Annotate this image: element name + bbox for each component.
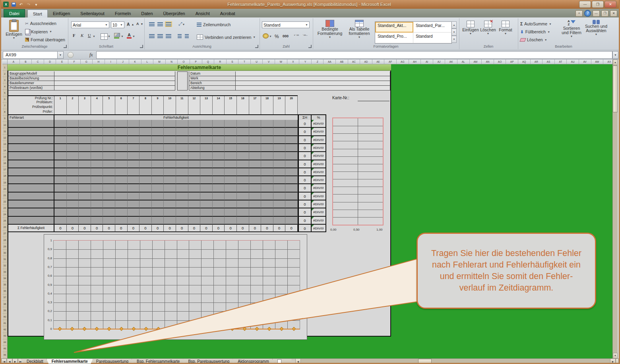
- haeufigkeit-cell[interactable]: [237, 208, 249, 216]
- haeufigkeit-cell[interactable]: [200, 208, 213, 216]
- fehlerart-cell[interactable]: [8, 136, 54, 144]
- pruefung-cell[interactable]: [140, 100, 152, 105]
- column-header-AM[interactable]: AM: [470, 60, 482, 64]
- pruefung-cell[interactable]: [152, 110, 164, 114]
- column-header-T[interactable]: T: [238, 60, 251, 64]
- haeufigkeit-cell[interactable]: [261, 184, 273, 192]
- fehlerart-cell[interactable]: [8, 217, 54, 225]
- column-header-G[interactable]: G: [81, 60, 93, 64]
- pruefung-cell[interactable]: [103, 110, 115, 114]
- row-header-5[interactable]: 5: [2, 90, 8, 96]
- haeufigkeit-cell[interactable]: [188, 193, 201, 200]
- haeufigkeit-cell[interactable]: [249, 128, 262, 136]
- haeufigkeit-cell[interactable]: [152, 152, 164, 160]
- haeufigkeit-cell[interactable]: [128, 120, 140, 128]
- haeufigkeit-cell[interactable]: [188, 200, 201, 208]
- haeufigkeit-cell[interactable]: [261, 152, 273, 160]
- haeufigkeit-cell[interactable]: [213, 136, 225, 144]
- row-header-19[interactable]: 19: [2, 179, 8, 186]
- haeufigkeit-cell[interactable]: [188, 168, 201, 176]
- column-header-I[interactable]: I: [105, 60, 117, 64]
- haeufigkeit-cell[interactable]: [91, 120, 103, 128]
- haeufigkeit-cell[interactable]: [115, 217, 128, 225]
- ribbon-tab-formeln[interactable]: Formeln: [110, 10, 136, 17]
- haeufigkeit-cell[interactable]: [273, 176, 286, 184]
- row-header-40[interactable]: 40: [2, 314, 8, 320]
- row-header-8[interactable]: 8: [2, 109, 8, 116]
- haeufigkeit-cell[interactable]: [152, 136, 164, 144]
- info-value-cell[interactable]: [54, 76, 175, 81]
- row-header-46[interactable]: 46: [2, 352, 8, 358]
- scroll-down-icon[interactable]: ▼: [613, 353, 618, 358]
- haeufigkeit-cell[interactable]: [273, 160, 286, 168]
- pruefung-cell[interactable]: [188, 105, 201, 110]
- haeufigkeit-cell[interactable]: [249, 136, 262, 144]
- number-format-select[interactable]: Standard▼: [262, 21, 310, 28]
- orientation-icon[interactable]: ⤢▼: [178, 21, 185, 27]
- ribbon-tab-ansicht[interactable]: Ansicht: [190, 10, 215, 17]
- column-header-A[interactable]: A: [8, 60, 20, 64]
- column-header-AD[interactable]: AD: [360, 60, 372, 64]
- name-box[interactable]: AX99: [3, 51, 58, 59]
- haeufigkeit-cell[interactable]: [140, 208, 152, 216]
- font-size-select[interactable]: 10▼: [111, 21, 124, 28]
- formula-bar-expand-icon[interactable]: ▼: [612, 51, 618, 59]
- haeufigkeit-cell[interactable]: [261, 144, 273, 152]
- haeufigkeit-cell[interactable]: [54, 136, 67, 144]
- style-item[interactable]: Standard: [413, 33, 451, 43]
- haeufigkeit-cell[interactable]: [103, 176, 115, 184]
- fx-icon[interactable]: fx: [89, 52, 93, 58]
- bold-button[interactable]: F: [73, 33, 75, 38]
- align-center-icon[interactable]: [157, 34, 163, 38]
- pruefung-cell[interactable]: [54, 110, 67, 114]
- column-header-J[interactable]: J: [117, 60, 129, 64]
- row-header-1[interactable]: 1: [2, 64, 8, 71]
- haeufigkeit-cell[interactable]: [103, 208, 115, 216]
- haeufigkeit-cell[interactable]: [249, 120, 262, 128]
- row-header-26[interactable]: 26: [2, 224, 8, 231]
- grow-font-icon[interactable]: A▲: [127, 22, 134, 27]
- minimize-button[interactable]: —: [579, 1, 591, 8]
- haeufigkeit-cell[interactable]: [140, 136, 152, 144]
- fehlerart-cell[interactable]: [8, 168, 54, 176]
- haeufigkeit-cell[interactable]: [79, 144, 91, 152]
- excel-logo-icon[interactable]: X: [3, 2, 9, 8]
- pruefung-cell[interactable]: [140, 110, 152, 114]
- delete-cells-button[interactable]: ✕ Löschen▼: [480, 21, 496, 35]
- clipboard-dialog-launcher[interactable]: [64, 45, 67, 48]
- haeufigkeit-cell[interactable]: [91, 160, 103, 168]
- haeufigkeit-cell[interactable]: [200, 144, 213, 152]
- haeufigkeit-cell[interactable]: [103, 184, 115, 192]
- pruefung-cell[interactable]: [164, 100, 176, 105]
- close-button[interactable]: ✕: [604, 1, 616, 8]
- haeufigkeit-cell[interactable]: [79, 168, 91, 176]
- haeufigkeit-cell[interactable]: [54, 128, 67, 136]
- haeufigkeit-cell[interactable]: [200, 184, 213, 192]
- haeufigkeit-cell[interactable]: [152, 208, 164, 216]
- haeufigkeit-cell[interactable]: [176, 193, 188, 200]
- haeufigkeit-cell[interactable]: [188, 120, 201, 128]
- help-icon[interactable]: ?: [584, 10, 591, 17]
- haeufigkeit-cell[interactable]: [152, 144, 164, 152]
- pruefung-cell[interactable]: [285, 100, 298, 105]
- haeufigkeit-cell[interactable]: [103, 217, 115, 225]
- haeufigkeit-cell[interactable]: [213, 208, 225, 216]
- haeufigkeit-cell[interactable]: [249, 200, 262, 208]
- haeufigkeit-cell[interactable]: [225, 200, 237, 208]
- haeufigkeit-cell[interactable]: [67, 120, 79, 128]
- haeufigkeit-cell[interactable]: [261, 193, 273, 200]
- haeufigkeit-cell[interactable]: [152, 120, 164, 128]
- haeufigkeit-cell[interactable]: [79, 120, 91, 128]
- pruefung-cell[interactable]: [128, 105, 140, 110]
- haeufigkeit-cell[interactable]: [164, 217, 176, 225]
- haeufigkeit-cell[interactable]: [225, 193, 237, 200]
- font-family-select[interactable]: Arial▼: [71, 21, 109, 28]
- italic-button[interactable]: K: [81, 33, 83, 38]
- haeufigkeit-cell[interactable]: [237, 160, 249, 168]
- haeufigkeit-cell[interactable]: [188, 144, 201, 152]
- row-header-41[interactable]: 41: [2, 320, 8, 326]
- align-bottom-icon[interactable]: [166, 22, 171, 26]
- column-header-AN[interactable]: AN: [482, 60, 494, 64]
- haeufigkeit-cell[interactable]: [128, 193, 140, 200]
- pruefung-cell[interactable]: [273, 110, 286, 114]
